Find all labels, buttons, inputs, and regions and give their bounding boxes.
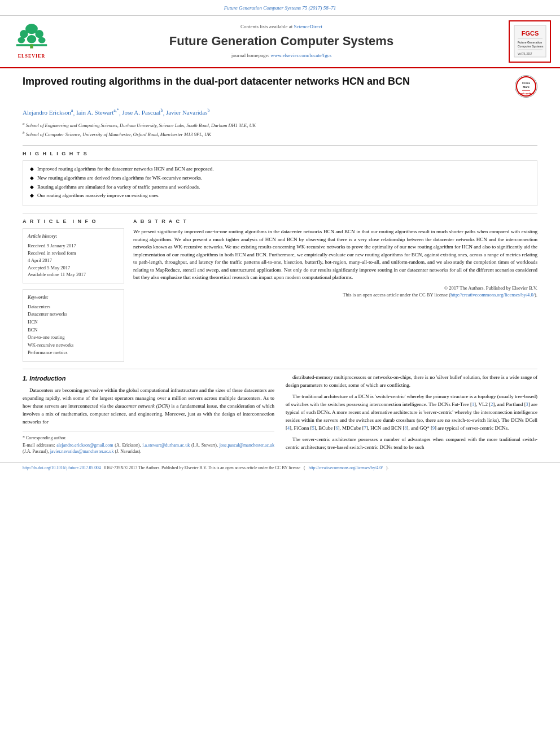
intro-para-left: Datacenters are becoming pervasive withi… [23, 387, 274, 426]
keyword-3: HCN [28, 318, 119, 326]
homepage-url[interactable]: www.elsevier.com/locate/fgcs [270, 53, 331, 58]
header-banner: ELSEVIER Contents lists available at Sci… [0, 16, 560, 68]
right-column: A B S T R A C T We present significantly… [133, 218, 537, 362]
svg-text:Cross: Cross [522, 81, 530, 85]
received-revised-label: Received in revised form [28, 250, 119, 257]
abstract-label: A B S T R A C T [133, 218, 537, 225]
email-link-4[interactable]: javier.navaridas@manchester.ac.uk [50, 449, 114, 454]
highlight-item-3: ◆ Routing algorithms are simulated for a… [30, 184, 530, 191]
body-col-left: 1. Introduction Datacenters are becoming… [23, 374, 274, 456]
intro-heading: 1. Introduction [23, 374, 274, 383]
highlights-box: ◆ Improved routing algorithms for the da… [23, 160, 537, 206]
crossmark-icon: Cross Mark check updates [515, 76, 537, 97]
author-3: Jose A. Pascualb [122, 109, 163, 116]
elsevier-logo: ELSEVIER [9, 24, 54, 59]
bullet-3: ◆ [30, 184, 34, 191]
main-content: Improved routing algorithms in the dual-… [0, 68, 560, 463]
svg-text:Future Generation: Future Generation [518, 41, 542, 44]
sciencedirect-link[interactable]: ScienceDirect [294, 24, 322, 29]
divider-3 [23, 369, 537, 369]
elsevier-tree-icon [15, 24, 49, 52]
email-link-3[interactable]: jose.pascal@manchester.ac.uk [220, 443, 274, 448]
introduction-section: 1. Introduction Datacenters are becoming… [23, 374, 537, 456]
fgcs-badge-icon: FGCS Future Generation Computer Systems … [513, 24, 547, 58]
doi-link[interactable]: http://dx.doi.org/10.1016/j.future.2017.… [23, 465, 100, 471]
svg-point-5 [38, 37, 46, 43]
crossmark-inner: Cross Mark check updates [515, 75, 537, 98]
bottom-bar: http://dx.doi.org/10.1016/j.future.2017.… [0, 462, 560, 474]
svg-text:FGCS: FGCS [521, 30, 539, 37]
elsevier-label: ELSEVIER [18, 53, 45, 59]
keyword-5: One-to-one routing [28, 334, 119, 342]
revised-date: 4 April 2017 [28, 257, 119, 264]
keyword-1: Datacenters [28, 303, 119, 311]
accepted-date: Accepted 5 May 2017 [28, 264, 119, 272]
available-date: Available online 11 May 2017 [28, 271, 119, 278]
svg-text:Computer Systems: Computer Systems [518, 45, 544, 48]
svg-text:check updates: check updates [518, 92, 535, 95]
affiliation-b: b School of Computer Science, University… [23, 130, 537, 138]
keyword-6: WK-recursive networks [28, 342, 119, 350]
article-info-abstract: A R T I C L E I N F O Article history: R… [23, 218, 537, 362]
history-label: Article history: [28, 233, 119, 240]
journal-info-center: Contents lists available at ScienceDirec… [63, 23, 500, 59]
svg-point-2 [20, 29, 28, 38]
badge-inner: FGCS Future Generation Computer Systems … [509, 20, 551, 63]
journal-title-top: Future Generation Computer Systems 75 (2… [0, 5, 560, 12]
article-info-box: Article history: Received 9 January 2017… [23, 228, 124, 283]
footnote-corresponding: * Corresponding author. [23, 435, 274, 441]
crossmark-badge: Cross Mark check updates [515, 75, 537, 98]
author-4: Javier Navaridasb [166, 109, 210, 116]
highlights-section: H I G H L I G H T S ◆ Improved routing a… [23, 150, 537, 206]
abstract-text: We present significantly improved one-to… [133, 228, 537, 282]
left-column: A R T I C L E I N F O Article history: R… [23, 218, 124, 362]
authors: Alejandro Ericksona, Iain A. Stewarta,*,… [23, 108, 537, 117]
affiliation-a: a School of Engineering and Computing Sc… [23, 121, 537, 129]
page: Future Generation Computer Systems 75 (2… [0, 0, 560, 747]
highlights-label: H I G H L I G H T S [23, 150, 537, 158]
journal-homepage: journal homepage: www.elsevier.com/locat… [63, 52, 500, 59]
highlight-item-2: ◆ New routing algorithms are derived fro… [30, 174, 530, 182]
journal-header: Future Generation Computer Systems 75 (2… [0, 0, 560, 16]
received-date: Received 9 January 2017 [28, 242, 119, 250]
cc-bottom-link[interactable]: http://creativecommons.org/licenses/by/4… [309, 465, 383, 471]
highlight-item-4: ◆ Our routing algorithms massively impro… [30, 192, 530, 199]
bullet-4: ◆ [30, 192, 34, 199]
cc-license-link[interactable]: http://creativecommons.org/licenses/by/4… [450, 292, 535, 298]
affiliations: a School of Engineering and Computing Sc… [23, 121, 537, 138]
email-link-2[interactable]: i.a.stewart@durham.ac.uk [142, 443, 190, 448]
footnotes: * Corresponding author. E-mail addresses… [23, 431, 274, 455]
svg-rect-7 [30, 44, 33, 48]
keywords-label: Keywords: [28, 294, 119, 301]
keywords-box: Keywords: Datacenters Datacenter network… [23, 289, 124, 362]
svg-point-6 [27, 35, 36, 43]
bullet-1: ◆ [30, 165, 34, 173]
keyword-7: Performance metrics [28, 349, 119, 357]
contents-line: Contents lists available at ScienceDirec… [63, 23, 500, 30]
article-title: Improved routing algorithms in the dual-… [23, 75, 509, 88]
keyword-4: BCN [28, 326, 119, 334]
intro-para-right-2: The traditional architecture of a DCN is… [286, 393, 537, 433]
svg-point-3 [35, 29, 43, 38]
svg-point-4 [18, 37, 25, 43]
intro-para-right-3: The server-centric architecture possesse… [286, 436, 537, 452]
article-title-section: Improved routing algorithms in the dual-… [23, 75, 537, 102]
abstract-paragraph: We present significantly improved one-to… [133, 228, 537, 282]
email-link-1[interactable]: alejandro.erickson@gmail.com [56, 443, 113, 448]
svg-text:Vol 75, 2017: Vol 75, 2017 [518, 53, 532, 55]
article-info-label: A R T I C L E I N F O [23, 218, 124, 225]
journal-main-title: Future Generation Computer Systems [63, 33, 500, 50]
author-1: Alejandro Ericksona [23, 109, 73, 116]
copyright-text: © 2017 The Authors. Published by Elsevie… [133, 285, 537, 299]
intro-para-right-1: distributed-memory multiprocessors or ne… [286, 374, 537, 390]
bullet-2: ◆ [30, 174, 34, 182]
body-col-right: distributed-memory multiprocessors or ne… [286, 374, 537, 456]
divider-1 [23, 145, 537, 146]
bottom-issn: 0167-739X/© 2017 The Authors. Published … [104, 465, 300, 471]
author-2: Iain A. Stewarta,* [76, 109, 119, 116]
svg-text:Mark: Mark [523, 85, 530, 89]
journal-badge: FGCS Future Generation Computer Systems … [509, 20, 551, 63]
highlight-item-1: ◆ Improved routing algorithms for the da… [30, 165, 530, 173]
footnote-emails: E-mail addresses: alejandro.erickson@gma… [23, 442, 274, 455]
divider-2 [23, 213, 537, 213]
